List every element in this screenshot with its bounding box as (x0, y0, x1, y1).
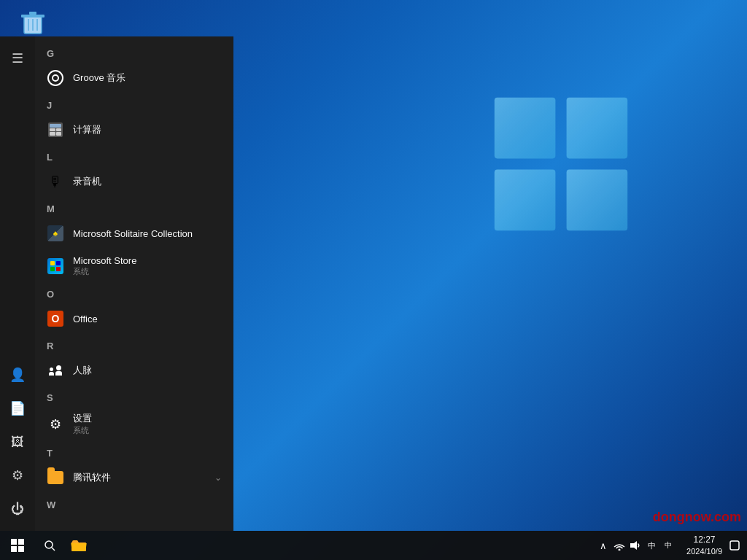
volume-icon[interactable] (629, 539, 642, 552)
start-sidebar: ☰ 👤 📄 🖼 ⚙ ⏻ (0, 36, 35, 531)
settings-sidebar-icon: ⚙ (12, 467, 23, 483)
clock-date: 2024/10/9 (686, 546, 722, 556)
app-item-tencent[interactable]: 腾讯软件 ⌄ (35, 462, 233, 494)
power-button[interactable]: ⏻ (0, 493, 35, 525)
ime-icon[interactable]: 中 (662, 539, 675, 552)
windows-icon (11, 539, 24, 552)
svg-rect-5 (492, 158, 630, 169)
svg-rect-14 (11, 546, 17, 552)
app-item-groove[interactable]: Groove 音乐 (35, 62, 233, 94)
svg-point-16 (45, 541, 53, 548)
settings-name: 设置 (73, 412, 92, 425)
store-name: Microsoft Store (73, 255, 136, 266)
groove-name: Groove 音乐 (73, 71, 125, 85)
settings-subtitle: 系统 (73, 425, 92, 436)
svg-rect-0 (495, 98, 556, 159)
settings-sidebar-button[interactable]: ⚙ (0, 459, 35, 491)
network-icon[interactable] (613, 539, 626, 552)
app-item-office[interactable]: O Office (35, 303, 233, 335)
app-item-calculator[interactable]: 计算器 (35, 114, 233, 146)
svg-rect-8 (29, 12, 36, 15)
people-icon (47, 362, 64, 379)
svg-rect-3 (567, 170, 628, 231)
user-icon: 👤 (9, 367, 26, 383)
start-button[interactable] (0, 531, 35, 560)
store-subtitle: 系统 (73, 266, 136, 277)
taskbar: ∧ 中 中 12:27 (0, 531, 747, 560)
office-icon: O (47, 310, 64, 327)
svg-rect-20 (730, 541, 739, 550)
chevron-up-icon[interactable]: ∧ (597, 539, 610, 552)
document-icon: 📄 (9, 400, 26, 416)
taskbar-right: ∧ 中 中 12:27 (591, 531, 747, 560)
hamburger-button[interactable]: ☰ (0, 42, 35, 74)
apps-list: G Groove 音乐 J (35, 36, 233, 531)
people-name: 人脉 (73, 364, 92, 377)
svg-marker-19 (630, 541, 637, 550)
pictures-icon: 🖼 (11, 435, 24, 450)
solitaire-icon: ♠ (47, 225, 64, 242)
svg-rect-12 (11, 539, 17, 545)
start-menu: ☰ 👤 📄 🖼 ⚙ ⏻ (0, 36, 233, 531)
expand-icon: ⌄ (214, 472, 222, 483)
search-button[interactable] (35, 531, 64, 560)
tray-icons: ∧ 中 中 (591, 539, 681, 552)
notification-button[interactable] (728, 539, 741, 552)
windows-logo-desktop (492, 95, 630, 233)
section-letter-t: T (35, 442, 233, 462)
file-explorer-button[interactable] (64, 531, 93, 560)
search-icon (44, 540, 55, 551)
hamburger-icon: ☰ (12, 50, 23, 66)
groove-icon (47, 69, 64, 87)
section-letter-j: J (35, 94, 233, 114)
calculator-name: 计算器 (73, 123, 101, 136)
tencent-name: 腾讯软件 (73, 471, 111, 484)
section-letter-o: O (35, 283, 233, 303)
user-button[interactable]: 👤 (0, 359, 35, 391)
language-indicator[interactable]: 中 (645, 540, 659, 551)
documents-button[interactable]: 📄 (0, 392, 35, 424)
office-name: Office (73, 314, 98, 324)
app-item-recorder[interactable]: 🎙 录音机 (35, 166, 233, 198)
folder-icon (71, 539, 87, 552)
calculator-icon (47, 121, 64, 139)
pictures-button[interactable]: 🖼 (0, 426, 35, 458)
svg-line-17 (52, 548, 55, 551)
tencent-icon (47, 469, 64, 486)
store-icon (47, 257, 64, 275)
section-letter-m: M (35, 198, 233, 217)
section-letter-s: S (35, 386, 233, 406)
section-letter-w: W (35, 494, 233, 513)
svg-rect-13 (18, 539, 24, 545)
solitaire-name: Microsoft Solitaire Collection (73, 228, 193, 239)
recorder-name: 录音机 (73, 175, 101, 188)
app-item-store[interactable]: Microsoft Store 系统 (35, 249, 233, 283)
settings-app-icon: ⚙ (47, 416, 64, 433)
app-item-settings[interactable]: ⚙ 设置 系统 (35, 406, 233, 442)
svg-rect-15 (18, 546, 24, 552)
svg-point-18 (619, 549, 621, 551)
power-icon: ⏻ (11, 502, 24, 517)
recorder-icon: 🎙 (47, 173, 64, 190)
svg-rect-2 (495, 170, 556, 231)
section-letter-l: L (35, 146, 233, 166)
section-letter-r: R (35, 335, 233, 354)
app-item-people[interactable]: 人脉 (35, 354, 233, 386)
app-item-solitaire[interactable]: ♠ Microsoft Solitaire Collection (35, 217, 233, 249)
section-letter-g: G (35, 42, 233, 62)
watermark: dongnow.com (653, 510, 741, 525)
svg-rect-7 (21, 15, 44, 18)
svg-rect-1 (567, 98, 628, 159)
clock[interactable]: 12:27 2024/10/9 (681, 534, 728, 556)
clock-time: 12:27 (694, 534, 716, 546)
desktop: 回收站 ☰ 👤 📄 🖼 ⚙ ⏻ (0, 0, 747, 560)
